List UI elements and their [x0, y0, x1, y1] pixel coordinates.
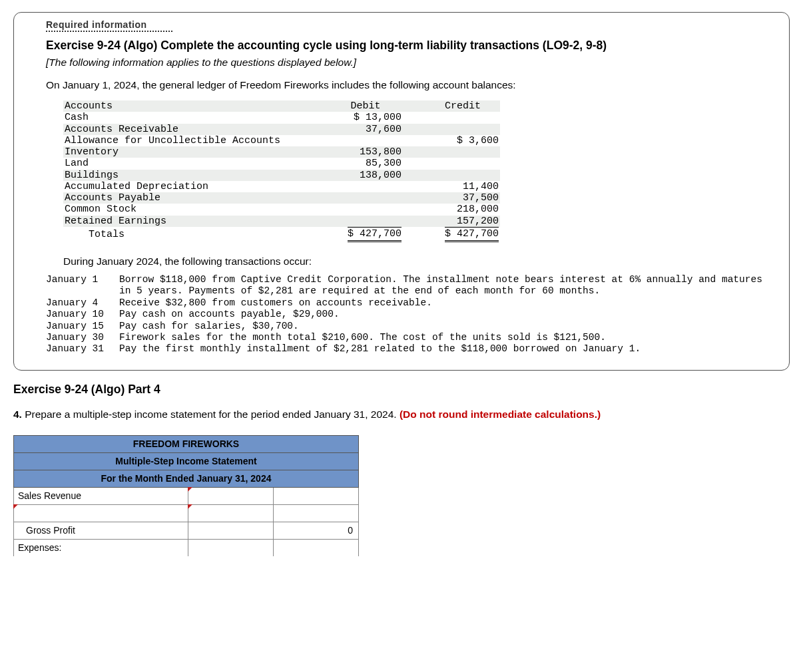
- ledger-row-name: Allowance for Uncollectible Accounts: [63, 135, 330, 146]
- problem-container: Required information Exercise 9-24 (Algo…: [13, 12, 790, 371]
- ledger-row-credit: [427, 170, 500, 181]
- transaction-desc: Pay the first monthly installment of $2,…: [119, 343, 773, 355]
- ledger-row-credit: $ 3,600: [427, 135, 500, 146]
- ledger-totals-label: Totals: [63, 227, 330, 242]
- transaction-date: January 10: [46, 309, 119, 320]
- ledger-row-debit: [330, 135, 403, 146]
- instruction: 4. Prepare a multiple-step income statem…: [13, 409, 790, 420]
- stmt-row-sales-value[interactable]: [274, 487, 359, 504]
- part-title: Exercise 9-24 (Algo) Part 4: [13, 383, 799, 397]
- ledger-row-debit: 37,600: [330, 124, 403, 135]
- transaction-desc: Receive $32,800 from customers on accoun…: [119, 297, 773, 309]
- ledger-row-name: Inventory: [63, 146, 330, 158]
- stmt-row-expenses-value: [274, 539, 359, 556]
- ledger-row-credit: 11,400: [427, 181, 500, 192]
- ledger-row-debit: [330, 204, 403, 215]
- transaction-desc: Pay cash on accounts payable, $29,000.: [119, 309, 773, 320]
- stmt-header-company: FREEDOM FIREWORKS: [14, 435, 359, 452]
- applies-note: [The following information applies to th…: [46, 57, 773, 69]
- transaction-desc: Borrow $118,000 from Captive Credit Corp…: [119, 274, 773, 297]
- ledger-row-name: Retained Earnings: [63, 216, 330, 227]
- ledger-row-debit: [330, 216, 403, 227]
- transaction-date: January 4: [46, 297, 119, 309]
- ledger-row-debit: [330, 192, 403, 204]
- ledger-row-debit: 85,300: [330, 158, 403, 169]
- ledger-row-debit: 153,800: [330, 146, 403, 158]
- intro-text: On January 1, 2024, the general ledger o…: [46, 79, 773, 91]
- instruction-num: 4.: [13, 409, 22, 420]
- transaction-date: January 31: [46, 343, 119, 355]
- stmt-row-sales-dropdown[interactable]: [188, 487, 274, 504]
- ledger-row-name: Land: [63, 158, 330, 169]
- ledger-row-credit: [427, 146, 500, 158]
- ledger-totals-debit: $ 427,700: [348, 227, 401, 242]
- instruction-text: Prepare a multiple-step income statement…: [25, 409, 396, 420]
- ledger-row-debit: [330, 181, 403, 192]
- stmt-header-period: For the Month Ended January 31, 2024: [14, 470, 359, 487]
- ledger-totals-credit: $ 427,700: [445, 227, 499, 242]
- transaction-row: January 30Firework sales for the month t…: [46, 332, 773, 343]
- stmt-header-title: Multiple-Step Income Statement: [14, 452, 359, 470]
- transaction-desc: Pay cash for salaries, $30,700.: [119, 321, 773, 332]
- ledger-row-name: Buildings: [63, 170, 330, 181]
- ledger-row-debit: $ 13,000: [330, 112, 403, 123]
- stmt-row-blank-value[interactable]: [274, 504, 359, 522]
- ledger-row-name: Accounts Receivable: [63, 124, 330, 135]
- required-info-header: Required information: [46, 19, 172, 32]
- ledger-row-name: Cash: [63, 112, 330, 123]
- stmt-row-gross-mid: [188, 522, 274, 539]
- stmt-row-blank-dropdown[interactable]: [188, 504, 274, 522]
- transaction-row: January 31Pay the first monthly installm…: [46, 343, 773, 355]
- transaction-row: January 4Receive $32,800 from customers …: [46, 297, 773, 309]
- ledger-table: Accounts Debit Credit Cash$ 13,000Accoun…: [63, 100, 773, 242]
- during-text: During January 2024, the following trans…: [63, 255, 773, 267]
- stmt-row-gross-label: Gross Profit: [14, 522, 188, 539]
- transaction-row: January 10Pay cash on accounts payable, …: [46, 309, 773, 320]
- ledger-col-credit: Credit: [427, 100, 500, 112]
- exercise-title: Exercise 9-24 (Algo) Complete the accoun…: [46, 39, 773, 53]
- transaction-desc: Firework sales for the month total $210,…: [119, 332, 773, 343]
- transaction-date: January 30: [46, 332, 119, 343]
- stmt-row-expenses-mid: [188, 539, 274, 556]
- transaction-date: January 1: [46, 274, 119, 297]
- transactions-block: January 1Borrow $118,000 from Captive Cr…: [46, 274, 773, 355]
- ledger-row-credit: [427, 112, 500, 123]
- transaction-row: January 1Borrow $118,000 from Captive Cr…: [46, 274, 773, 297]
- ledger-col-debit: Debit: [330, 100, 403, 112]
- transaction-date: January 15: [46, 321, 119, 332]
- stmt-row-sales-label: Sales Revenue: [14, 487, 188, 504]
- stmt-row-blank-label[interactable]: [14, 504, 188, 522]
- income-statement: FREEDOM FIREWORKS Multiple-Step Income S…: [13, 435, 799, 557]
- ledger-row-name: Accounts Payable: [63, 192, 330, 204]
- transaction-row: January 15Pay cash for salaries, $30,700…: [46, 321, 773, 332]
- ledger-row-credit: [427, 158, 500, 169]
- ledger-row-name: Common Stock: [63, 204, 330, 215]
- ledger-row-name: Accumulated Depreciation: [63, 181, 330, 192]
- ledger-row-credit: 218,000: [427, 204, 500, 215]
- stmt-row-gross-value: 0: [274, 522, 359, 539]
- ledger-col-accounts: Accounts: [63, 100, 330, 112]
- ledger-row-credit: 37,500: [427, 192, 500, 204]
- stmt-row-expenses-label: Expenses:: [14, 539, 188, 556]
- instruction-warning: (Do not round intermediate calculations.…: [400, 409, 601, 420]
- ledger-row-credit: [427, 124, 500, 135]
- ledger-row-debit: 138,000: [330, 170, 403, 181]
- ledger-row-credit: 157,200: [427, 216, 500, 227]
